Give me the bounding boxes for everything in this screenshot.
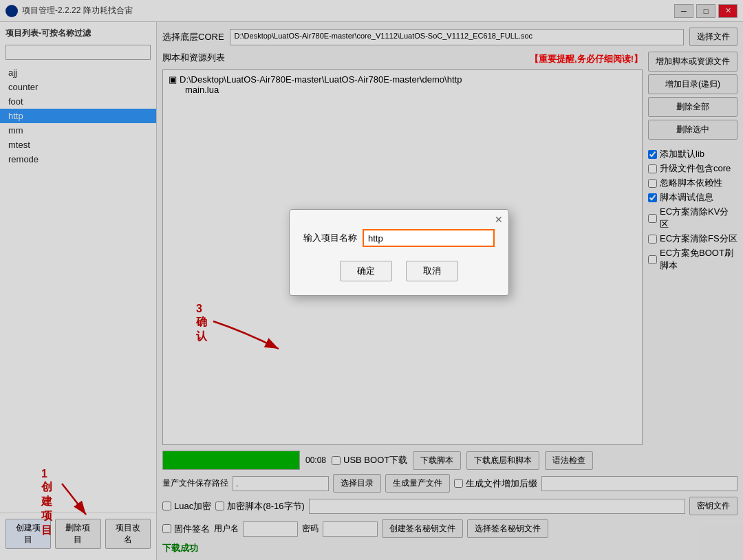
- modal-close-button[interactable]: ✕: [495, 214, 503, 225]
- modal-overlay: ✕ 输入项目名称 确定 取消: [0, 0, 743, 560]
- create-project-modal: ✕ 输入项目名称 确定 取消: [289, 209, 509, 296]
- modal-input-row: 输入项目名称: [303, 229, 495, 247]
- modal-confirm-button[interactable]: 确定: [340, 261, 392, 281]
- project-name-input[interactable]: [363, 229, 495, 247]
- modal-buttons: 确定 取消: [303, 261, 495, 281]
- modal-input-label: 输入项目名称: [303, 232, 357, 244]
- modal-cancel-button[interactable]: 取消: [406, 261, 458, 281]
